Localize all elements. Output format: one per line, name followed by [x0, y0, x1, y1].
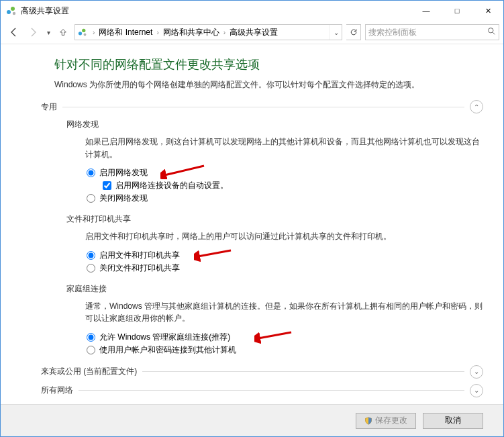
subsection-desc: 启用文件和打印机共享时，网络上的用户可以访问通过此计算机共享的文件和打印机。 — [85, 230, 483, 243]
breadcrumb-item[interactable]: 网络和共享中心 — [162, 27, 221, 38]
subsection-homegroup: 家庭组连接 通常，Windows 管理与其他家庭组计算机的连接。但是，如果你在所… — [66, 283, 483, 356]
section-line — [79, 390, 464, 391]
radio-disable-network-discovery[interactable] — [87, 194, 95, 203]
subsection-title: 网络发现 — [66, 119, 483, 130]
section-label: 来宾或公用 (当前配置文件) — [41, 366, 137, 377]
radio-row: 允许 Windows 管理家庭组连接(推荐) — [87, 332, 483, 343]
minimize-button[interactable]: — — [411, 1, 442, 21]
expand-icon[interactable]: ⌄ — [470, 384, 483, 397]
svg-line-9 — [198, 250, 231, 256]
radio-row: 启用网络发现 — [87, 167, 483, 179]
subsection-network-discovery: 网络发现 如果已启用网络发现，则这台计算机可以发现网络上的其他计算机和设备，而且… — [66, 119, 483, 204]
radio-label[interactable]: 启用文件和打印机共享 — [99, 250, 180, 261]
section-line — [62, 107, 464, 107]
subsection-title: 文件和打印机共享 — [66, 213, 483, 225]
breadcrumb-item[interactable]: 网络和 Internet — [97, 27, 154, 38]
section-header-private[interactable]: 专用 ⌃ — [41, 100, 483, 113]
page-heading: 针对不同的网络配置文件更改共享选项 — [54, 56, 483, 72]
svg-point-4 — [82, 29, 85, 32]
radio-enable-network-discovery[interactable] — [87, 168, 95, 177]
breadcrumb-sep: › — [154, 29, 161, 36]
radio-row: 关闭文件和打印机共享 — [87, 262, 483, 274]
window-buttons: — □ ✕ — [411, 1, 503, 21]
network-icon — [78, 28, 87, 37]
save-button[interactable]: 保存更改 — [356, 413, 416, 429]
radio-row: 启用文件和打印机共享 — [87, 250, 483, 261]
close-button[interactable]: ✕ — [472, 1, 503, 21]
collapse-icon[interactable]: ⌃ — [470, 100, 483, 113]
svg-line-10 — [258, 332, 291, 338]
expand-icon[interactable]: ⌄ — [470, 365, 483, 379]
section-header-all-networks[interactable]: 所有网络 ⌄ — [41, 384, 483, 397]
radio-enable-file-printer[interactable] — [87, 251, 95, 260]
section-label: 专用 — [41, 101, 57, 113]
section-line — [142, 371, 464, 372]
checkbox-row: 启用网络连接设备的自动设置。 — [103, 180, 483, 191]
title-bar: 高级共享设置 — □ ✕ — [1, 1, 503, 21]
radio-label[interactable]: 启用网络发现 — [99, 167, 148, 179]
shield-icon — [364, 417, 372, 425]
svg-line-7 — [493, 32, 495, 34]
annotation-arrow-icon — [160, 163, 207, 179]
search-icon[interactable] — [487, 27, 496, 38]
radio-label[interactable]: 关闭文件和打印机共享 — [99, 262, 180, 274]
breadcrumb-item[interactable]: 高级共享设置 — [228, 27, 279, 38]
radio-row: 使用用户帐户和密码连接到其他计算机 — [87, 344, 483, 356]
network-icon — [6, 5, 17, 16]
breadcrumb-sep: › — [221, 29, 228, 36]
svg-line-8 — [164, 166, 204, 175]
cancel-button-label: 取消 — [445, 415, 461, 426]
address-bar[interactable]: › 网络和 Internet › 网络和共享中心 › 高级共享设置 ⌄ — [74, 24, 342, 40]
radio-disable-file-printer[interactable] — [87, 264, 95, 273]
search-box[interactable] — [365, 24, 499, 40]
page-subtext: Windows 为你所使用的每个网络创建单独的网络配置文件。你可以针对每个配置文… — [54, 79, 483, 91]
radio-label[interactable]: 允许 Windows 管理家庭组连接(推荐) — [99, 332, 230, 343]
svg-point-2 — [13, 12, 15, 15]
back-button[interactable] — [5, 23, 23, 41]
radio-label[interactable]: 使用用户帐户和密码连接到其他计算机 — [99, 344, 236, 356]
annotation-arrow-icon — [194, 247, 234, 262]
footer-bar: 保存更改 取消 — [1, 404, 503, 436]
cancel-button[interactable]: 取消 — [423, 413, 483, 429]
up-button[interactable] — [54, 23, 72, 41]
svg-point-3 — [79, 32, 82, 35]
svg-point-6 — [489, 28, 493, 33]
save-button-label: 保存更改 — [375, 415, 407, 426]
checkbox-label[interactable]: 启用网络连接设备的自动设置。 — [115, 180, 228, 191]
breadcrumb-sep: › — [90, 29, 97, 36]
content-area: 针对不同的网络配置文件更改共享选项 Windows 为你所使用的每个网络创建单独… — [1, 44, 503, 404]
annotation-arrow-icon — [254, 329, 295, 344]
address-dropdown[interactable]: ⌄ — [330, 25, 342, 40]
radio-label[interactable]: 关闭网络发现 — [99, 193, 148, 204]
history-dropdown[interactable]: ▾ — [42, 29, 54, 36]
svg-point-5 — [84, 34, 87, 36]
refresh-button[interactable] — [346, 24, 361, 40]
window-title: 高级共享设置 — [21, 5, 411, 17]
search-input[interactable] — [368, 28, 487, 37]
svg-point-0 — [7, 10, 11, 14]
radio-homegroup-windows[interactable] — [87, 333, 95, 342]
checkbox-auto-setup[interactable] — [103, 181, 111, 190]
subsection-title: 家庭组连接 — [66, 283, 483, 295]
radio-homegroup-user[interactable] — [87, 346, 95, 354]
section-label: 所有网络 — [41, 385, 73, 396]
subsection-desc: 如果已启用网络发现，则这台计算机可以发现网络上的其他计算机和设备，而且其他网络计… — [85, 136, 483, 160]
subsection-file-printer-sharing: 文件和打印机共享 启用文件和打印机共享时，网络上的用户可以访问通过此计算机共享的… — [66, 213, 483, 274]
nav-bar: ▾ › 网络和 Internet › 网络和共享中心 › 高级共享设置 ⌄ — [1, 21, 503, 44]
maximize-button[interactable]: □ — [442, 1, 472, 21]
radio-row: 关闭网络发现 — [87, 193, 483, 204]
subsection-desc: 通常，Windows 管理与其他家庭组计算机的连接。但是，如果你在所有计算机上拥… — [85, 300, 483, 325]
section-header-guest[interactable]: 来宾或公用 (当前配置文件) ⌄ — [41, 365, 483, 379]
forward-button[interactable] — [23, 23, 42, 41]
svg-point-1 — [11, 7, 15, 11]
